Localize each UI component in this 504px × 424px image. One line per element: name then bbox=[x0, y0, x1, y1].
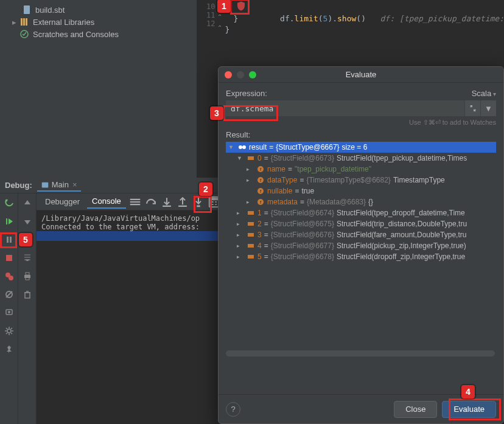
svg-rect-2 bbox=[23, 18, 25, 26]
result-field-row[interactable]: ▸ f dataType = {TimestampType$@6682} Tim… bbox=[226, 175, 496, 186]
dialog-title: Evaluate bbox=[346, 70, 377, 79]
threads-icon[interactable] bbox=[128, 195, 142, 209]
array-element-icon bbox=[247, 154, 255, 162]
dialog-titlebar[interactable]: Evaluate bbox=[219, 67, 503, 83]
tree-item-build-sbt[interactable]: build.sbt bbox=[0, 4, 197, 16]
svg-rect-38 bbox=[248, 244, 254, 248]
tree-label: External Libraries bbox=[33, 18, 94, 27]
svg-rect-39 bbox=[248, 255, 254, 259]
help-button[interactable]: ? bbox=[226, 402, 240, 417]
step-over-icon[interactable] bbox=[144, 195, 158, 209]
annotation-box-1 bbox=[230, 0, 250, 15]
result-item-row[interactable]: ▸ 3= {StructField@6676} StructField(fare… bbox=[226, 229, 496, 240]
array-element-icon bbox=[247, 209, 255, 217]
project-tree[interactable]: build.sbt ▸ External Libraries Scratches… bbox=[0, 0, 197, 178]
minimize-window-icon[interactable] bbox=[237, 71, 244, 78]
svg-point-25 bbox=[242, 145, 246, 149]
array-element-icon bbox=[247, 242, 255, 250]
line-number: 10 bbox=[197, 2, 215, 11]
result-field-row[interactable]: ▸ f metadata = {Metadata@6683} {} bbox=[226, 196, 496, 207]
clear-button[interactable] bbox=[21, 288, 33, 301]
expand-editor-button[interactable] bbox=[464, 100, 480, 116]
app-icon bbox=[41, 181, 49, 189]
code-line[interactable]: df.limit(5).show() df: [tpep_pickup_date… bbox=[225, 2, 504, 13]
mute-breakpoints-button[interactable] bbox=[3, 288, 15, 301]
fold-up-icon[interactable]: ⌃ bbox=[215, 24, 225, 35]
up-stack-button[interactable] bbox=[21, 197, 33, 209]
array-element-icon bbox=[247, 231, 255, 239]
annotation-badge-2: 2 bbox=[199, 182, 212, 196]
tree-item-scratches[interactable]: Scratches and Consoles bbox=[0, 28, 197, 40]
line-number: 11 bbox=[197, 11, 215, 19]
result-item-row[interactable]: ▸ 2= {StructField@6675} StructField(trip… bbox=[226, 218, 496, 229]
result-root-row[interactable]: ▼ result = {StructType@6667} size = 6 bbox=[226, 142, 496, 153]
stop-button[interactable] bbox=[3, 252, 15, 264]
annotation-box-3 bbox=[223, 105, 278, 121]
annotation-box-4 bbox=[449, 398, 501, 420]
field-icon: f bbox=[256, 198, 265, 206]
debug-actions-rail bbox=[0, 193, 18, 424]
down-stack-button[interactable] bbox=[21, 215, 33, 228]
scroll-to-end-button[interactable] bbox=[21, 252, 33, 264]
result-label: Result: bbox=[226, 130, 496, 139]
step-into-icon[interactable] bbox=[160, 195, 173, 209]
annotation-badge-5: 5 bbox=[19, 233, 32, 246]
scratch-icon bbox=[19, 29, 29, 39]
line-number: 12 bbox=[197, 19, 215, 28]
window-controls[interactable] bbox=[225, 71, 256, 78]
rerun-button[interactable] bbox=[3, 197, 15, 209]
svg-point-11 bbox=[9, 276, 13, 280]
result-item-row[interactable]: ▸ 1= {StructField@6674} StructField(tpep… bbox=[226, 207, 496, 218]
language-dropdown[interactable]: Scala bbox=[472, 89, 496, 98]
svg-rect-35 bbox=[248, 211, 254, 215]
view-breakpoints-button[interactable] bbox=[3, 270, 15, 282]
tree-label: Scratches and Consoles bbox=[33, 30, 119, 39]
library-icon bbox=[19, 17, 29, 27]
tree-item-external-libraries[interactable]: ▸ External Libraries bbox=[0, 16, 197, 28]
print-button[interactable] bbox=[21, 270, 33, 282]
svg-rect-0 bbox=[24, 5, 30, 14]
annotation-badge-3: 3 bbox=[210, 106, 223, 120]
svg-rect-9 bbox=[6, 255, 12, 261]
object-icon bbox=[238, 143, 247, 151]
svg-point-15 bbox=[8, 311, 10, 313]
expression-label: Expression: bbox=[226, 89, 267, 98]
result-field-row[interactable]: ▸ f name = "tpep_pickup_datetime" bbox=[226, 164, 496, 175]
svg-point-16 bbox=[7, 329, 11, 333]
close-window-icon[interactable] bbox=[225, 71, 232, 78]
history-dropdown-button[interactable]: ▼ bbox=[480, 100, 496, 116]
result-item-row[interactable]: ▸ 4= {StructField@6677} StructField(pick… bbox=[226, 240, 496, 251]
svg-rect-37 bbox=[248, 233, 254, 237]
annotation-box-5 bbox=[0, 232, 17, 248]
svg-rect-1 bbox=[21, 18, 23, 26]
settings-button[interactable] bbox=[3, 325, 15, 337]
console-actions-rail bbox=[18, 193, 37, 424]
array-element-icon bbox=[247, 252, 255, 261]
field-icon: f bbox=[256, 187, 265, 195]
horizontal-scrollbar[interactable] bbox=[226, 350, 495, 356]
result-field-row[interactable]: ▸ f nullable = true bbox=[226, 186, 496, 196]
zoom-window-icon[interactable] bbox=[249, 71, 256, 78]
svg-rect-36 bbox=[248, 222, 254, 226]
debug-title: Debug: bbox=[5, 181, 32, 190]
tab-label: Main bbox=[52, 180, 69, 189]
pin-button[interactable] bbox=[3, 343, 15, 355]
step-out-icon[interactable] bbox=[176, 195, 189, 209]
result-item-row[interactable]: ▸ 5= {StructField@6678} StructField(drop… bbox=[226, 251, 496, 262]
tree-label: build.sbt bbox=[35, 5, 65, 15]
fold-up-icon[interactable]: ⌃ bbox=[215, 13, 225, 24]
field-icon: f bbox=[256, 165, 265, 173]
debugger-tab[interactable]: Debugger bbox=[40, 195, 85, 208]
annotation-badge-1: 1 bbox=[217, 0, 231, 13]
console-tab[interactable]: Console bbox=[87, 195, 126, 209]
inline-hint: df: [tpep_pickup_datetime: bbox=[380, 14, 505, 23]
close-button[interactable]: Close bbox=[394, 401, 437, 418]
debug-run-tab[interactable]: Main × bbox=[37, 179, 81, 192]
resume-button[interactable] bbox=[3, 215, 15, 228]
svg-rect-5 bbox=[42, 182, 49, 187]
svg-rect-20 bbox=[25, 293, 30, 298]
svg-rect-18 bbox=[26, 273, 29, 275]
result-item-row[interactable]: ▼ 0 = {StructField@6673} StructField(tpe… bbox=[226, 153, 496, 164]
close-icon[interactable]: × bbox=[72, 180, 77, 189]
get-thread-dump-button[interactable] bbox=[3, 307, 15, 319]
